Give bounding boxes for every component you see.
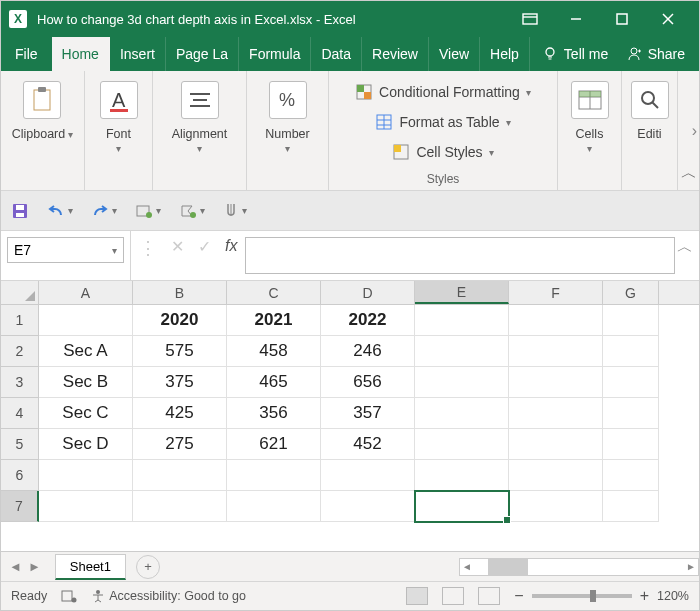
- tab-home[interactable]: Home: [52, 37, 110, 71]
- cell-A6[interactable]: [39, 460, 133, 491]
- cell-B3[interactable]: 375: [133, 367, 227, 398]
- cell-E6[interactable]: [415, 460, 509, 491]
- cell-A5[interactable]: Sec D: [39, 429, 133, 460]
- fx-options-icon[interactable]: ⋮: [139, 237, 157, 259]
- cell-A3[interactable]: Sec B: [39, 367, 133, 398]
- row-header-2[interactable]: 2: [1, 336, 39, 367]
- fx-button[interactable]: fx: [225, 237, 237, 255]
- close-button[interactable]: [645, 1, 691, 37]
- accessibility-status[interactable]: Accessibility: Good to go: [91, 589, 246, 603]
- tab-page-layout[interactable]: Page La: [166, 37, 239, 71]
- sheet-tab-sheet1[interactable]: Sheet1: [55, 554, 126, 580]
- tab-formulas[interactable]: Formula: [239, 37, 311, 71]
- tab-file[interactable]: File: [1, 37, 52, 71]
- column-header-A[interactable]: A: [39, 281, 133, 304]
- minimize-button[interactable]: [553, 1, 599, 37]
- cell-E3[interactable]: [415, 367, 509, 398]
- tab-insert[interactable]: Insert: [110, 37, 166, 71]
- qat-button-1[interactable]: ▾: [135, 203, 161, 219]
- tell-me-search[interactable]: Tell me: [542, 37, 608, 71]
- column-header-G[interactable]: G: [603, 281, 659, 304]
- row-header-3[interactable]: 3: [1, 367, 39, 398]
- normal-view-button[interactable]: [406, 587, 428, 605]
- row-header-7[interactable]: 7: [1, 491, 39, 522]
- cell-G1[interactable]: [603, 305, 659, 336]
- conditional-formatting-button[interactable]: Conditional Formatting▾: [355, 77, 531, 107]
- horizontal-scrollbar[interactable]: ◄►: [459, 558, 699, 576]
- cell-C1[interactable]: 2021: [227, 305, 321, 336]
- editing-group-button[interactable]: Editi: [631, 77, 669, 141]
- cell-E2[interactable]: [415, 336, 509, 367]
- qat-button-2[interactable]: ▾: [179, 203, 205, 219]
- cell-D1[interactable]: 2022: [321, 305, 415, 336]
- cell-D3[interactable]: 656: [321, 367, 415, 398]
- zoom-in-button[interactable]: +: [640, 587, 649, 605]
- cell-B2[interactable]: 575: [133, 336, 227, 367]
- name-box[interactable]: E7 ▾: [7, 237, 124, 263]
- cell-E1[interactable]: [415, 305, 509, 336]
- cell-C7[interactable]: [227, 491, 321, 522]
- row-header-6[interactable]: 6: [1, 460, 39, 491]
- column-header-E[interactable]: E: [415, 281, 509, 304]
- column-header-F[interactable]: F: [509, 281, 603, 304]
- save-button[interactable]: [11, 202, 29, 220]
- qat-button-3[interactable]: ▾: [223, 202, 247, 220]
- redo-button[interactable]: ▾: [91, 203, 117, 219]
- cell-A2[interactable]: Sec A: [39, 336, 133, 367]
- cell-E5[interactable]: [415, 429, 509, 460]
- cell-E7[interactable]: [415, 491, 509, 522]
- cell-B6[interactable]: [133, 460, 227, 491]
- column-header-B[interactable]: B: [133, 281, 227, 304]
- cell-D6[interactable]: [321, 460, 415, 491]
- cell-styles-button[interactable]: Cell Styles▾: [392, 137, 493, 167]
- sheet-nav-buttons[interactable]: ◄►: [1, 559, 49, 574]
- cell-G4[interactable]: [603, 398, 659, 429]
- page-break-view-button[interactable]: [478, 587, 500, 605]
- cell-G6[interactable]: [603, 460, 659, 491]
- paste-button[interactable]: Clipboard▾: [12, 77, 74, 141]
- cell-D5[interactable]: 452: [321, 429, 415, 460]
- row-header-5[interactable]: 5: [1, 429, 39, 460]
- expand-formula-bar-button[interactable]: ︿: [677, 237, 693, 258]
- format-as-table-button[interactable]: Format as Table▾: [375, 107, 510, 137]
- ribbon-overflow-button[interactable]: ›: [692, 122, 697, 140]
- zoom-out-button[interactable]: −: [514, 587, 523, 605]
- cell-G2[interactable]: [603, 336, 659, 367]
- cell-A7[interactable]: [39, 491, 133, 522]
- number-group-button[interactable]: % Number ▾: [265, 77, 309, 154]
- cell-C3[interactable]: 465: [227, 367, 321, 398]
- tab-data[interactable]: Data: [311, 37, 362, 71]
- row-header-1[interactable]: 1: [1, 305, 39, 336]
- zoom-level[interactable]: 120%: [657, 589, 689, 603]
- cell-G7[interactable]: [603, 491, 659, 522]
- cell-F4[interactable]: [509, 398, 603, 429]
- maximize-button[interactable]: [599, 1, 645, 37]
- cell-B5[interactable]: 275: [133, 429, 227, 460]
- cell-F7[interactable]: [509, 491, 603, 522]
- cell-D4[interactable]: 357: [321, 398, 415, 429]
- zoom-slider[interactable]: [532, 594, 632, 598]
- cell-F5[interactable]: [509, 429, 603, 460]
- cell-C4[interactable]: 356: [227, 398, 321, 429]
- cell-G3[interactable]: [603, 367, 659, 398]
- cell-F1[interactable]: [509, 305, 603, 336]
- undo-button[interactable]: ▾: [47, 203, 73, 219]
- tab-view[interactable]: View: [429, 37, 480, 71]
- cell-E4[interactable]: [415, 398, 509, 429]
- cell-B7[interactable]: [133, 491, 227, 522]
- ribbon-display-options-button[interactable]: [507, 1, 553, 37]
- cancel-formula-button[interactable]: ✕: [171, 237, 184, 256]
- macro-record-icon[interactable]: [61, 589, 77, 603]
- enter-formula-button[interactable]: ✓: [198, 237, 211, 256]
- tab-review[interactable]: Review: [362, 37, 429, 71]
- add-sheet-button[interactable]: +: [136, 555, 160, 579]
- cells-group-button[interactable]: Cells ▾: [571, 77, 609, 154]
- cell-B4[interactable]: 425: [133, 398, 227, 429]
- cell-C2[interactable]: 458: [227, 336, 321, 367]
- cell-D7[interactable]: [321, 491, 415, 522]
- cell-C6[interactable]: [227, 460, 321, 491]
- font-group-button[interactable]: A Font ▾: [100, 77, 138, 154]
- alignment-group-button[interactable]: Alignment ▾: [172, 77, 228, 154]
- cell-A4[interactable]: Sec C: [39, 398, 133, 429]
- tab-help[interactable]: Help: [480, 37, 530, 71]
